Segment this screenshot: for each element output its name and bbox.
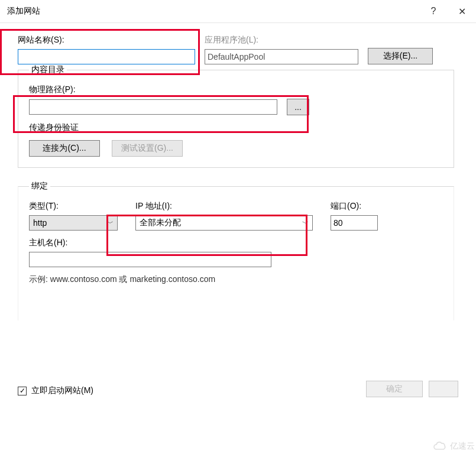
- passthrough-auth-label: 传递身份验证: [29, 122, 443, 133]
- close-icon: ✕: [458, 6, 466, 17]
- site-name-input[interactable]: [18, 49, 195, 64]
- app-pool-label: 应用程序池(L):: [205, 35, 358, 46]
- dialog-content: 网站名称(S): 应用程序池(L): . 选择(E)... 内容目录 物理路径(…: [0, 23, 476, 402]
- browse-path-button[interactable]: ...: [287, 99, 309, 115]
- physical-path-label: 物理路径(P):: [29, 85, 443, 95]
- content-directory-group: 内容目录 物理路径(P): ... 传递身份验证 连接为(C)... 测试设置(…: [18, 64, 454, 168]
- watermark: 亿速云: [432, 441, 475, 452]
- type-select[interactable]: http ﹀: [29, 215, 118, 231]
- watermark-text: 亿速云: [450, 441, 475, 452]
- ok-button[interactable]: 确定: [366, 381, 423, 397]
- window-title: 添加网站: [7, 6, 419, 17]
- test-settings-button: 测试设置(G)...: [112, 140, 183, 157]
- start-immediately-checkbox[interactable]: ✓ 立即启动网站(M): [18, 385, 93, 396]
- content-directory-legend: 内容目录: [29, 64, 67, 75]
- port-input[interactable]: [331, 215, 378, 231]
- ip-address-label: IP 地址(I):: [135, 201, 313, 212]
- site-name-label: 网站名称(S):: [18, 35, 195, 46]
- port-label: 端口(O):: [331, 201, 378, 212]
- cloud-icon: [432, 441, 448, 452]
- help-button[interactable]: ?: [419, 0, 448, 22]
- chevron-down-icon: ﹀: [302, 219, 309, 228]
- dialog-footer: 确定: [366, 381, 458, 397]
- type-label: 类型(T):: [29, 201, 118, 212]
- cancel-button[interactable]: [429, 381, 458, 397]
- chevron-down-icon: ﹀: [107, 219, 114, 228]
- physical-path-input[interactable]: [29, 99, 277, 115]
- host-example-text: 示例: www.contoso.com 或 marketing.contoso.…: [29, 274, 443, 285]
- close-button[interactable]: ✕: [448, 0, 476, 22]
- checkbox-box: ✓: [18, 387, 27, 395]
- help-icon: ?: [431, 6, 436, 17]
- type-value: http: [33, 218, 47, 228]
- binding-legend: 绑定: [29, 181, 50, 192]
- ip-address-value: 全部未分配: [140, 218, 181, 228]
- binding-group: 绑定 类型(T): http ﹀ IP 地址(I): 全部未分配 ﹀ 端口(O)…: [18, 181, 454, 320]
- check-icon: ✓: [20, 387, 25, 394]
- connect-as-button[interactable]: 连接为(C)...: [29, 140, 100, 157]
- ip-address-select[interactable]: 全部未分配 ﹀: [135, 215, 313, 231]
- titlebar: 添加网站 ? ✕: [0, 0, 476, 23]
- host-name-label: 主机名(H):: [29, 238, 443, 248]
- ellipsis-icon: ...: [294, 102, 302, 112]
- start-immediately-label: 立即启动网站(M): [31, 385, 93, 396]
- host-name-input[interactable]: [29, 252, 271, 267]
- select-app-pool-button[interactable]: 选择(E)...: [368, 48, 433, 64]
- app-pool-value: [205, 49, 358, 64]
